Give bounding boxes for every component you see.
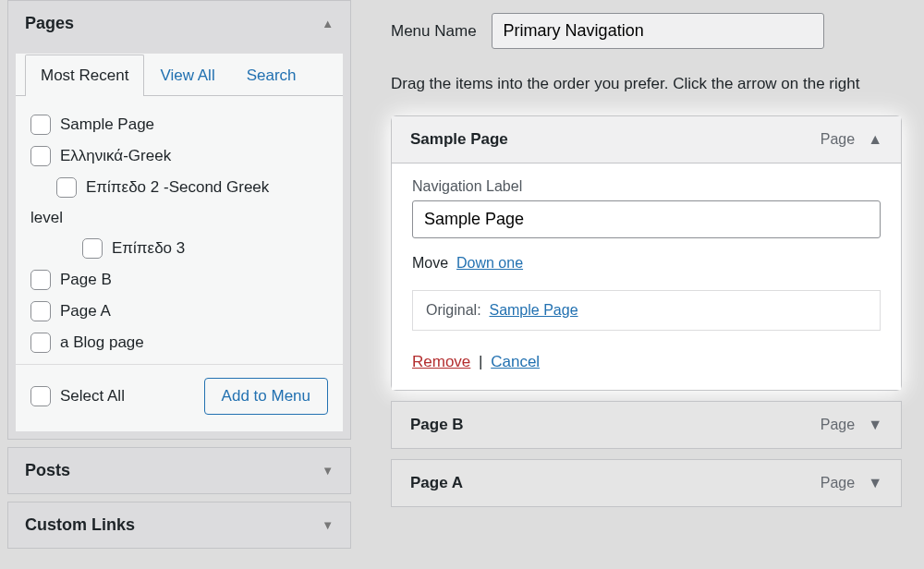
page-item: Sample Page	[30, 109, 328, 140]
page-checkbox[interactable]	[30, 146, 51, 166]
original-label: Original:	[426, 302, 481, 318]
metabox-pages-footer: Select All Add to Menu	[16, 364, 343, 431]
menu-item-type-label: Page	[821, 475, 855, 491]
original-link[interactable]: Sample Page	[489, 302, 578, 318]
menu-item-body: Navigation Label Move Down one Original:…	[392, 163, 901, 390]
collapse-down-icon: ▼	[868, 417, 882, 433]
original-box: Original: Sample Page	[412, 290, 881, 331]
page-label: Επίπεδο 3	[112, 239, 185, 258]
metabox-pages-header[interactable]: Pages ▲	[8, 1, 350, 46]
menu-item-title: Page B	[410, 416, 464, 434]
nav-label-title: Navigation Label	[412, 178, 881, 195]
pages-list: Sample Page Ελληνικά-Greek Επίπεδο 2 -Se…	[16, 96, 343, 364]
menu-item-type-label: Page	[821, 131, 855, 148]
page-checkbox[interactable]	[56, 177, 77, 198]
page-item: Ελληνικά-Greek	[30, 140, 328, 172]
menu-item-type-wrap: Page ▼	[821, 417, 882, 433]
metabox-posts-header[interactable]: Posts ▼	[8, 448, 350, 493]
select-all-checkbox[interactable]	[30, 386, 51, 406]
separator: |	[475, 353, 486, 370]
page-item: Επίπεδο 2 -Second Greek	[30, 172, 328, 203]
metabox-custom-links-header[interactable]: Custom Links ▼	[8, 502, 350, 548]
menu-item-sample-page[interactable]: Sample Page Page ▲ Navigation Label Move…	[391, 115, 902, 391]
page-label: Page A	[60, 302, 111, 321]
page-checkbox[interactable]	[30, 270, 51, 290]
page-item: Επίπεδο 3	[30, 233, 328, 264]
menu-name-row: Menu Name	[391, 0, 924, 66]
page-item: a Blog page	[30, 327, 328, 358]
instructions-text: Drag the items into the order you prefer…	[391, 66, 924, 115]
menu-item-header[interactable]: Page A Page ▼	[392, 460, 901, 506]
tab-search[interactable]: Search	[231, 54, 312, 96]
select-all-label: Select All	[60, 387, 125, 406]
add-to-menu-button[interactable]: Add to Menu	[204, 378, 328, 415]
page-checkbox[interactable]	[30, 115, 51, 135]
page-checkbox[interactable]	[82, 238, 103, 259]
metabox-custom-links-title: Custom Links	[25, 515, 135, 535]
menu-name-input[interactable]	[492, 13, 824, 49]
metabox-posts: Posts ▼	[7, 447, 351, 494]
pages-tabs: Most Recent View All Search	[16, 54, 343, 96]
tab-most-recent[interactable]: Most Recent	[25, 54, 144, 96]
menu-item-page-a[interactable]: Page A Page ▼	[391, 459, 902, 507]
tab-view-all[interactable]: View All	[144, 54, 230, 96]
menu-item-page-b[interactable]: Page B Page ▼	[391, 401, 902, 449]
metabox-pages: Pages ▲ Most Recent View All Search Samp…	[7, 0, 351, 440]
menu-item-header[interactable]: Page B Page ▼	[392, 402, 901, 448]
collapse-down-icon: ▼	[322, 518, 334, 532]
menu-item-title: Page A	[410, 474, 463, 492]
collapse-down-icon: ▼	[868, 475, 882, 491]
metabox-custom-links: Custom Links ▼	[7, 502, 351, 549]
page-label-continuation: level	[30, 203, 328, 233]
menu-item-type-label: Page	[821, 417, 855, 433]
menu-item-actions: Remove | Cancel	[412, 353, 881, 371]
collapse-up-icon: ▲	[868, 131, 882, 148]
page-checkbox[interactable]	[30, 333, 51, 353]
metabox-pages-body: Most Recent View All Search Sample Page …	[16, 54, 343, 431]
page-checkbox[interactable]	[30, 301, 51, 321]
move-label: Move	[412, 255, 448, 271]
select-all-row: Select All	[30, 386, 125, 406]
page-label: Sample Page	[60, 115, 154, 134]
metabox-posts-title: Posts	[25, 461, 70, 480]
cancel-link[interactable]: Cancel	[491, 353, 540, 370]
menu-item-type-wrap: Page ▲	[821, 131, 882, 148]
nav-label-input[interactable]	[412, 200, 881, 238]
main-panel: Menu Name Drag the items into the order …	[359, 0, 924, 569]
menu-item-type-wrap: Page ▼	[821, 475, 882, 491]
page-item: Page B	[30, 264, 328, 296]
page-label: Ελληνικά-Greek	[60, 147, 171, 165]
page-label: a Blog page	[60, 333, 144, 352]
menu-item-header[interactable]: Sample Page Page ▲	[392, 116, 901, 163]
menu-name-label: Menu Name	[391, 22, 477, 41]
collapse-down-icon: ▼	[322, 464, 334, 478]
page-item: Page A	[30, 296, 328, 327]
menu-item-title: Sample Page	[410, 130, 508, 149]
move-down-one-link[interactable]: Down one	[456, 255, 523, 271]
collapse-up-icon: ▲	[322, 17, 334, 30]
move-row: Move Down one	[412, 255, 881, 272]
page-label: Page B	[60, 271, 112, 289]
page-label: Επίπεδο 2 -Second Greek	[86, 178, 269, 197]
remove-link[interactable]: Remove	[412, 353, 470, 370]
metabox-pages-title: Pages	[25, 14, 74, 33]
